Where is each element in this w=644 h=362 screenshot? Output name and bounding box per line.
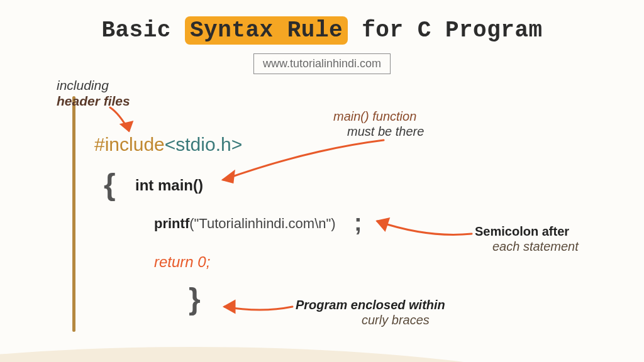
svg-marker-2	[377, 219, 389, 230]
source-url: www.tutorialinhindi.com	[253, 53, 391, 74]
ann-main-line1: main() function	[333, 109, 416, 123]
ann-semi-line2: each statement	[492, 239, 579, 253]
ann-braces-line1: Program enclosed within	[296, 298, 445, 312]
ann-main-line2: must be there	[347, 124, 424, 138]
svg-marker-3	[225, 301, 235, 312]
code-main: int main()	[135, 177, 203, 194]
ann-semi-line1: Semicolon after	[475, 224, 569, 238]
diagram: including header files #include<stdio.h>…	[0, 87, 644, 351]
printf-fn: printf	[154, 216, 189, 231]
code-return: return 0;	[154, 253, 210, 271]
annotation-main-function: main() function must be there	[333, 109, 424, 139]
svg-marker-1	[223, 172, 234, 182]
left-vertical-bar	[72, 96, 75, 332]
annotation-semicolon: Semicolon after each statement	[475, 224, 579, 254]
code-printf: printf("Tutorialinhindi.com\n")	[154, 216, 336, 232]
code-semicolon: ;	[354, 209, 362, 236]
code-brace-close: }	[189, 282, 201, 316]
arrow-main-icon	[214, 137, 390, 187]
arrow-semicolon-icon	[371, 210, 478, 241]
ann-braces-line2: curly braces	[362, 313, 430, 327]
title-highlight: Syntax Rule	[185, 16, 348, 45]
printf-arg: ("Tutorialinhindi.com\n")	[189, 216, 335, 231]
title-part1: Basic	[101, 18, 185, 43]
svg-marker-0	[121, 122, 132, 131]
annotation-braces: Program enclosed within curly braces	[296, 297, 445, 327]
code-brace-open: {	[104, 167, 116, 202]
page-title: Basic Syntax Rule for C Program	[0, 0, 644, 43]
ann-header-line1: including	[57, 78, 109, 92]
include-keyword: #include	[94, 134, 165, 155]
title-part2: for C Program	[348, 18, 542, 43]
arrow-braces-icon	[217, 297, 299, 322]
